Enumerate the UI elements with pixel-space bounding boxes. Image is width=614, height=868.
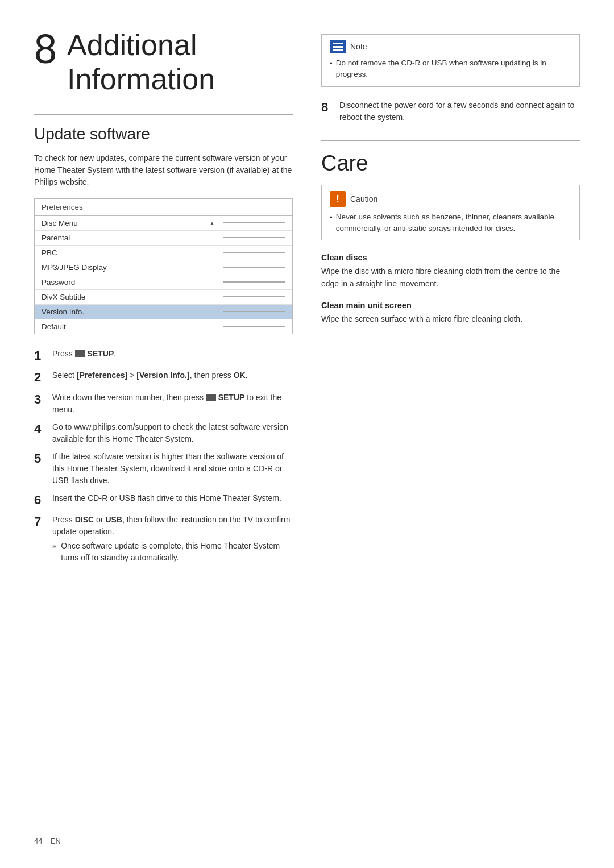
step-7-sub-text: Once software update is complete, this H…	[61, 540, 293, 564]
step-1: 1 Press SETUP.	[34, 348, 293, 364]
disc-menu-arrow: ▲	[209, 220, 215, 226]
clean-discs-section: Clean discs Wipe the disc with a micro f…	[321, 253, 580, 290]
page-number: 44 EN	[34, 837, 61, 845]
chapter-number: 8	[34, 28, 57, 69]
chapter-title: Additional Information	[67, 28, 215, 97]
chapter-heading: 8 Additional Information	[34, 28, 293, 97]
step-5: 5 If the latest software version is high…	[34, 451, 293, 487]
version-bar	[223, 311, 285, 312]
caution-box: ! Caution • Never use solvents such as b…	[321, 185, 580, 241]
step-2: 2 Select [Preferences] > [Version Info.]…	[34, 369, 293, 386]
divx-bar	[223, 296, 285, 297]
care-section: Care ! Caution • Never use solvents such…	[321, 151, 580, 326]
preferences-table: Preferences Disc Menu ▲ Parental PBC MP3…	[34, 198, 293, 334]
step-8-text: Disconnect the power cord for a few seco…	[339, 99, 580, 124]
parental-bar	[223, 237, 285, 238]
prefs-row-disc-menu: Disc Menu ▲	[35, 216, 292, 231]
section-divider-1	[34, 114, 293, 115]
caution-label: Caution	[350, 194, 377, 203]
chapter-title-line2: Information	[67, 63, 215, 95]
step-4: 4 Go to www.philips.com/support to check…	[34, 421, 293, 445]
update-software-title: Update software	[34, 125, 293, 143]
caution-header: ! Caution	[330, 191, 571, 207]
caution-icon: !	[330, 191, 346, 207]
caution-bullet: • Never use solvents such as benzene, th…	[330, 211, 571, 235]
prefs-row-pbc: PBC	[35, 246, 292, 260]
disc-menu-bar	[223, 222, 285, 223]
intro-text: To check for new updates, compare the cu…	[34, 152, 293, 188]
step-7: 7 Press DISC or USB, then follow the ins…	[34, 514, 293, 564]
step-6: 6 Insert the CD-R or USB flash drive to …	[34, 492, 293, 509]
step-8-number: 8	[321, 99, 339, 116]
right-column: Note • Do not remove the CD-R or USB whe…	[321, 28, 580, 834]
password-bar	[223, 281, 285, 283]
page-lang: EN	[51, 837, 61, 845]
clean-screen-text: Wipe the screen surface with a micro fib…	[321, 313, 580, 326]
note-header: Note	[330, 40, 571, 53]
note-box: Note • Do not remove the CD-R or USB whe…	[321, 34, 580, 87]
step-8: 8 Disconnect the power cord for a few se…	[321, 99, 580, 124]
sub-arrow: »	[52, 541, 56, 552]
default-bar	[223, 326, 285, 327]
care-title: Care	[321, 151, 580, 176]
note-label: Note	[350, 42, 367, 51]
prefs-row-parental: Parental	[35, 231, 292, 246]
steps-list: 1 Press SETUP. 2 Select [Preferences] > …	[34, 348, 293, 564]
setup-icon-1	[75, 350, 85, 357]
prefs-row-password: Password	[35, 275, 292, 290]
prefs-row-default: Default	[35, 319, 292, 334]
setup-icon-3	[206, 394, 216, 401]
chapter-title-line1: Additional	[67, 28, 197, 61]
clean-discs-title: Clean discs	[321, 253, 580, 262]
pbc-bar	[223, 252, 285, 253]
step-7-sub: » Once software update is complete, this…	[52, 540, 293, 564]
prefs-row-mp3jpeg: MP3/JPEG Display	[35, 260, 292, 275]
note-bullet: • Do not remove the CD-R or USB when sof…	[330, 57, 571, 81]
step-3: 3 Write down the version number, then pr…	[34, 392, 293, 416]
prefs-row-divx: DivX Subtitle	[35, 290, 292, 305]
clean-screen-title: Clean main unit screen	[321, 301, 580, 310]
note-icon	[330, 40, 346, 53]
clean-discs-text: Wipe the disc with a micro fibre cleanin…	[321, 265, 580, 290]
clean-screen-section: Clean main unit screen Wipe the screen s…	[321, 301, 580, 326]
left-column: 8 Additional Information Update software…	[34, 28, 293, 834]
prefs-row-version: Version Info.	[35, 305, 292, 319]
mp3jpeg-bar	[223, 267, 285, 268]
page-number-value: 44	[34, 837, 42, 845]
caution-bullet-text: Never use solvents such as benzene, thin…	[336, 211, 571, 235]
note-bullet-text: Do not remove the CD-R or USB when softw…	[336, 57, 571, 81]
chapter-title-block: 8 Additional Information	[34, 28, 293, 97]
prefs-table-header: Preferences	[35, 199, 292, 216]
care-divider	[321, 140, 580, 141]
update-software-section: Update software To check for new updates…	[34, 125, 293, 564]
